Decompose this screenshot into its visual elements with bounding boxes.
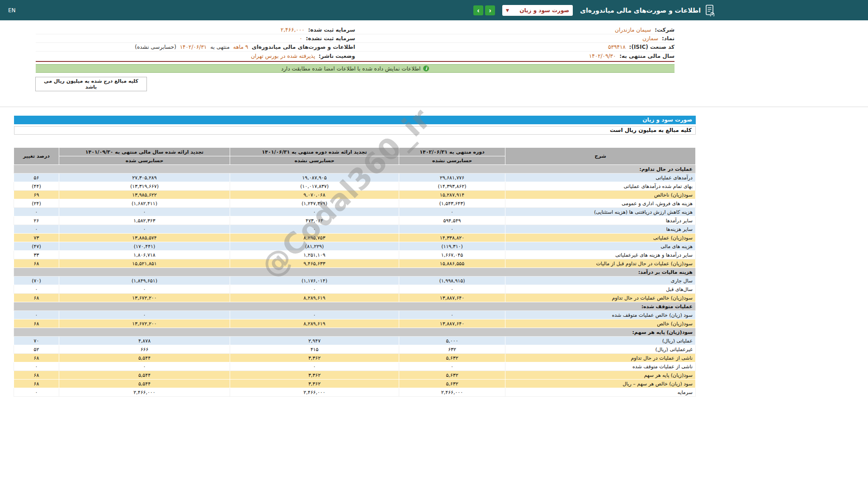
signature-match-text: اطلاعات نمایش داده شده با اطلاعات امضا ش… [281,66,421,72]
issuer-status-field: وضعیت ناشر: پذیرفته شده در بورس تهران [36,53,355,59]
period-value-2: ۱۹,۰۸۷,۹۰۵ [230,174,399,182]
period-value-1: ۲,۴۶۶,۰۰۰ [399,388,505,397]
period-value-3: ۱۳,۶۷۲,۲۰۰ [59,294,230,302]
change-percent-value: ۰ [14,388,59,397]
period-value-3: ۱,۵۸۲,۳۶۳ [59,216,230,225]
period-value-3: ۱۳,۶۷۲,۲۰۰ [59,319,230,328]
statement-title-bar: صورت سود و زیان [14,116,696,124]
report-type-dropdown[interactable]: صورت سود و زیان ▼ [502,5,573,16]
period-value-3: ۱,۸۰۶,۷۱۸ [59,251,230,259]
period-value-3: ۰ [59,225,230,234]
report-document-icon [705,5,714,16]
row-description: سایر هزینه‌ها [505,225,696,234]
period-middle-text: منتهی به [210,44,230,50]
language-toggle[interactable]: EN [8,7,16,14]
period-value-1: ۱۳,۸۸۷,۶۴۰ [399,319,505,328]
row-description: هزینه کاهش ارزش دریافتنی ها (هزینه استثن… [505,208,696,216]
unregistered-capital-field: سرمایه ثبت نشده: ۰ [36,35,355,42]
period-value-1: ۱۳,۸۸۷,۶۴۰ [399,294,505,302]
period-value-1: ۰ [399,225,505,234]
period-audit-status: (حسابرسی نشده) [135,44,176,50]
statement-section-row: هزینه مالیات بر درآمد: [14,268,696,277]
unit-note-box: کلیه مبالغ درج شده به میلیون ریال می باش… [35,77,147,91]
registered-capital-field: سرمایه ثبت شده: ۲,۴۶۶,۰۰۰ [36,27,355,33]
change-percent-value: (۲۴) [14,199,59,208]
audit-status-col1: حسابرسی نشده [399,156,505,165]
period-value-1: ۵,۶۳۲ [399,380,505,388]
fiscal-year-label: سال مالی منتهی به: [619,53,675,59]
change-percent-value: ۰ [14,311,59,319]
row-description: سود(زیان) ناخالص [505,191,696,199]
statement-row: هزینه های فروش، اداری و عمومی(۱,۵۴۳,۶۴۳)… [14,199,696,208]
unregistered-capital-label: سرمایه ثبت نشده: [306,35,355,42]
change-percent-value: ۶۹ [14,191,59,199]
statement-row: سود (زیان) خالص عملیات متوقف شده۰۰۰۰ [14,311,696,319]
company-value: سیمان مازندران [615,27,651,33]
row-description: سرمایه [505,388,696,397]
statement-section: صورت سود و زیان کلیه مبالغ به میلیون ریا… [14,116,696,397]
registered-capital-label: سرمایه ثبت شده: [308,27,355,33]
change-percent-value: (۴۴) [14,182,59,191]
company-label: شرکت: [655,27,675,33]
period-navigation: ‹ › [473,5,495,15]
period-label: اطلاعات و صورت‌های مالی میاندوره‌ای [252,44,355,50]
row-description: هزینه های فروش، اداری و عمومی [505,199,696,208]
period-value-3: ۵,۵۴۴ [59,380,230,388]
period-value-3: ۰ [59,208,230,216]
statement-section-row: عملیات در حال تداوم: [14,165,696,174]
row-description: درآمدهای عملیاتی [505,174,696,182]
signature-match-banner: i اطلاعات نمایش داده شده با اطلاعات امضا… [36,64,675,73]
issuer-status-value: پذیرفته شده در بورس تهران [251,53,315,59]
row-description: سود (زیان) خالص هر سهم – ریال [505,380,696,388]
period-value-3: ۱۳,۸۸۵,۵۷۴ [59,234,230,242]
symbol-field: نماد: سمازن [355,35,675,42]
period-value-1: ۰ [399,208,505,216]
change-percent-value: ۶۸ [14,294,59,302]
section-title: سود(زیان) پایه هر سهم: [14,328,696,337]
previous-period-button[interactable]: ‹ [485,5,495,15]
period-value-1: ۵,۰۰۰ [399,337,505,345]
period-value-1: ۰ [399,285,505,294]
period-value-2: ۲,۹۴۷ [230,337,399,345]
section-title: عملیات متوقف شده: [14,302,696,311]
statement-row: سود(زیان) پایه هر سهم۵,۶۳۲۳,۳۶۲۵,۵۴۴۶۸ [14,371,696,380]
change-percent-value: ۷۰ [14,337,59,345]
income-statement-table: شرح دوره منتهی به ۱۴۰۲/۰۶/۳۱ تجدید ارائه… [14,147,696,397]
period-value-1: ۱,۶۶۷,۰۴۵ [399,251,505,259]
period-value-1: (۱۱۹,۳۱۰) [399,242,505,251]
row-description: سایر درآمدها و هزینه های غیرعملیاتی [505,251,696,259]
change-percent-value: ۶۸ [14,371,59,380]
period-value-1: ۵۹۴,۵۴۹ [399,216,505,225]
statement-row: ناشی از عملیات در حال تداوم۵,۶۳۲۳,۳۶۲۵,۵… [14,354,696,362]
change-percent-value: ۵۲ [14,345,59,354]
symbol-label: نماد: [662,35,675,42]
period-value-2: ۸,۲۹۵,۷۵۳ [230,234,399,242]
statement-row: غیرعملیاتی (ریال)۶۳۲۴۱۵۶۶۶۵۲ [14,345,696,354]
change-percent-value: ۰ [14,362,59,371]
statement-row: عملیاتی (ریال)۵,۰۰۰۲,۹۴۷۴,۸۷۸۷۰ [14,337,696,345]
row-description: سال‌های قبل [505,285,696,294]
change-percent-value: ۲۶ [14,216,59,225]
col-header-description: شرح [505,148,696,165]
period-value-1: (۱۴,۳۹۳,۸۶۲) [399,182,505,191]
statement-unit-note: کلیه مبالغ به میلیون ریال است [14,126,696,135]
period-value-2: ۴۱۵ [230,345,399,354]
period-months-value: ۹ ماهه [233,44,248,50]
period-value-3: ۶۶۶ [59,345,230,354]
statement-row: هزینه های مالی(۱۱۹,۳۱۰)(۸۱,۲۲۹)(۱۷۰,۴۴۱)… [14,242,696,251]
row-description: سود(زیان) عملیاتی [505,234,696,242]
info-row-fiscal: سال مالی منتهی به: ۱۴۰۲/۰۹/۳۰ وضعیت ناشر… [36,52,675,60]
symbol-value: سمازن [642,35,658,42]
section-divider [0,107,868,107]
statement-row: سود (زیان) خالص هر سهم – ریال۵,۶۳۲۳,۳۶۲۵… [14,380,696,388]
topbar: اطلاعات و صورت‌های مالی میاندوره‌ای صورت… [0,0,868,20]
next-period-button[interactable]: › [473,5,483,15]
report-type-selected-value: صورت سود و زیان [519,7,569,14]
info-icon: i [423,66,429,71]
change-percent-value: ۶۸ [14,354,59,362]
section-title: هزینه مالیات بر درآمد: [14,268,696,277]
chevron-down-icon: ▼ [506,8,509,13]
col-header-change-percent: درصد تغییر [14,148,59,165]
period-value-2: ۳,۳۶۲ [230,380,399,388]
row-description: غیرعملیاتی (ریال) [505,345,696,354]
